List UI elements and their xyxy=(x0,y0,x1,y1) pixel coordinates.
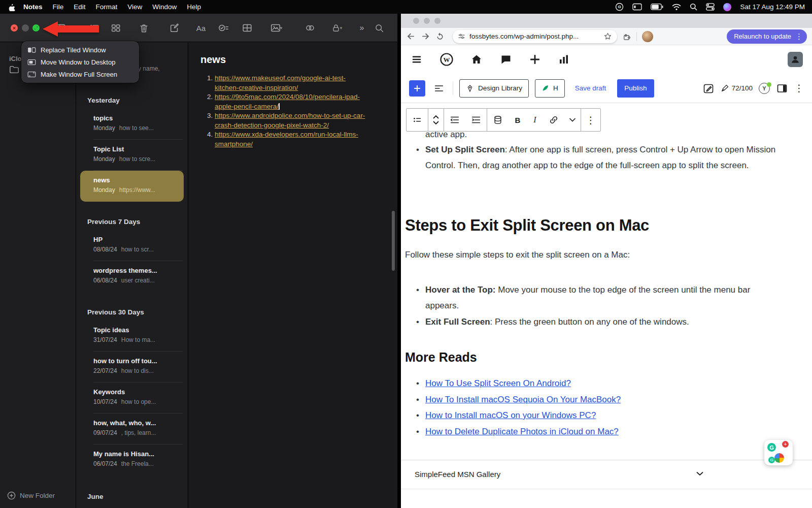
note-list-item-topic-ideas[interactable]: Topic ideas 31/07/24How to ma... xyxy=(80,321,184,352)
browser-menu-icon[interactable]: ⋮ xyxy=(795,33,803,40)
wifi-icon[interactable] xyxy=(672,4,681,11)
home-icon[interactable] xyxy=(470,53,483,66)
stage-manager-icon[interactable] xyxy=(632,3,642,11)
headline-analyzer-button[interactable]: H xyxy=(535,79,565,98)
read-link[interactable]: How To Install macOS Sequoia On Your Mac… xyxy=(425,395,621,404)
control-center-icon[interactable] xyxy=(706,3,715,11)
link-icon[interactable] xyxy=(303,21,317,35)
gallery-view-icon[interactable] xyxy=(109,21,123,35)
zoom-button-inactive[interactable] xyxy=(434,18,441,24)
menu-edit[interactable]: Edit xyxy=(69,3,90,11)
siri-icon[interactable] xyxy=(723,3,731,11)
italic-icon[interactable]: I xyxy=(527,109,543,131)
menu-view[interactable]: View xyxy=(122,3,147,11)
wordpress-logo-icon[interactable]: W xyxy=(439,52,454,67)
yoast-seo-icon[interactable]: Y xyxy=(759,83,770,94)
comments-icon[interactable] xyxy=(499,53,513,66)
note-link[interactable]: https://www.androidpolice.com/how-to-set… xyxy=(215,112,365,129)
read-link[interactable]: How to Install macOS on your Windows PC? xyxy=(425,410,596,420)
grammarly-icon[interactable]: G xyxy=(767,443,776,452)
menu-format[interactable]: Format xyxy=(91,3,123,11)
search-icon[interactable] xyxy=(372,21,386,35)
folder-icon[interactable] xyxy=(9,65,19,74)
table-icon[interactable] xyxy=(240,21,254,35)
bold-icon[interactable]: B xyxy=(509,109,527,131)
note-link[interactable]: https://9to5mac.com/2024/08/10/pencilera… xyxy=(215,93,360,110)
menu-clock[interactable]: Sat 17 Aug 12:49 PM xyxy=(740,3,805,11)
close-button[interactable]: × xyxy=(11,24,18,31)
menu-help[interactable]: Help xyxy=(182,3,206,11)
checklist-icon[interactable] xyxy=(217,21,231,35)
database-icon[interactable] xyxy=(487,109,509,131)
user-avatar[interactable] xyxy=(788,52,803,67)
menu-file[interactable]: File xyxy=(48,3,69,11)
edit-note-icon[interactable] xyxy=(702,82,715,94)
minimize-button-inactive[interactable] xyxy=(424,18,430,24)
new-post-icon[interactable] xyxy=(529,53,541,66)
list-block-icon[interactable] xyxy=(407,109,428,131)
note-list-item-keywords[interactable]: Keywords 10/07/24how to ope... xyxy=(80,383,184,414)
move-up-icon[interactable] xyxy=(432,115,439,119)
trash-icon[interactable] xyxy=(137,21,151,35)
compose-icon[interactable] xyxy=(167,21,182,35)
note-list-item-wordpress-themes[interactable]: wordpress themes... 06/08/24user creati.… xyxy=(80,261,184,292)
grammarly-status-icon[interactable]: G xyxy=(615,3,624,11)
block-options-icon[interactable]: ⋮ xyxy=(581,109,600,131)
spotlight-search-icon[interactable] xyxy=(690,3,697,11)
menu-window[interactable]: Window xyxy=(147,3,182,11)
indent-icon[interactable] xyxy=(465,109,487,131)
seo-score[interactable]: 72/100 xyxy=(721,84,753,92)
note-list-item-hp[interactable]: HP 08/08/24how to scr... xyxy=(80,230,184,261)
bookmark-star-icon[interactable] xyxy=(603,32,612,41)
format-text-icon[interactable]: Aa xyxy=(194,21,208,35)
profile-avatar[interactable] xyxy=(642,31,653,42)
reload-icon[interactable] xyxy=(435,32,445,41)
note-link[interactable]: https://www.xda-developers.com/run-local… xyxy=(215,131,358,148)
menu-item-make-window-full-screen[interactable]: Make Window Full Screen xyxy=(24,68,137,80)
outdent-icon[interactable] xyxy=(444,109,465,131)
note-list-item-topics[interactable]: topics Mondayhow to see... xyxy=(80,109,184,140)
extensions-icon[interactable] xyxy=(622,32,631,41)
move-down-icon[interactable] xyxy=(432,120,439,125)
battery-icon[interactable] xyxy=(651,4,663,10)
save-draft-button[interactable]: Save draft xyxy=(575,84,606,92)
menu-item-move-window-to-desktop[interactable]: Move Window to Desktop xyxy=(24,56,137,68)
back-icon[interactable] xyxy=(406,31,416,41)
grammarly-mini-icon[interactable]: G xyxy=(768,457,775,463)
menu-item-replace-tiled-window[interactable]: Replace Tiled Window xyxy=(24,44,137,56)
note-list-item-topic-list[interactable]: Topic List Mondayhow to scre... xyxy=(80,140,184,171)
address-bar[interactable]: fossbytes.com/wp-admin/post.php... xyxy=(453,30,617,43)
note-list-item-how-what-who[interactable]: how, what, who, w... 09/07/24, tips, lea… xyxy=(80,414,184,444)
note-editor[interactable]: news https://www.makeuseof.com/google-ai… xyxy=(188,43,397,508)
note-list-item-turn-off-touch[interactable]: how to turn off tou... 22/07/24how to di… xyxy=(80,352,184,383)
note-list-item-news-selected[interactable]: news Mondayhttps://www... xyxy=(80,171,184,202)
document-overview-icon[interactable] xyxy=(431,81,447,96)
stats-icon[interactable] xyxy=(557,53,570,66)
new-folder-button[interactable]: New Folder xyxy=(7,491,55,500)
site-settings-icon[interactable] xyxy=(458,33,465,40)
url-text[interactable]: fossbytes.com/wp-admin/post.php... xyxy=(469,33,599,40)
publish-button[interactable]: Publish xyxy=(617,79,654,98)
wp-menu-icon[interactable] xyxy=(410,54,423,65)
notes-scrollbar[interactable] xyxy=(392,211,395,271)
close-button-inactive[interactable] xyxy=(413,18,419,24)
format-chevron-icon[interactable] xyxy=(564,109,581,131)
note-link[interactable]: https://www.makeuseof.com/google-ai-test… xyxy=(215,74,346,91)
media-icon[interactable]: ▾ xyxy=(266,21,286,35)
zoom-button[interactable] xyxy=(32,24,40,31)
note-list-item-my-name[interactable]: My name is Hisan... 06/07/24the Freela..… xyxy=(80,444,184,475)
floating-extension-widget[interactable]: G + G xyxy=(764,440,793,465)
editor-more-icon[interactable]: ⋮ xyxy=(794,83,804,93)
read-link[interactable]: How to Delete Duplicate Photos in iCloud… xyxy=(425,427,619,436)
menu-app-name[interactable]: Notes xyxy=(18,3,48,11)
read-link[interactable]: How To Use Split Screen On Android? xyxy=(425,378,571,388)
minimize-button[interactable] xyxy=(22,24,29,31)
design-library-button[interactable]: Design Library xyxy=(459,79,529,98)
browser-helper-icon[interactable] xyxy=(774,453,784,463)
apple-logo-icon[interactable] xyxy=(7,3,15,11)
block-inserter-button[interactable] xyxy=(409,80,425,97)
forward-icon[interactable] xyxy=(421,31,430,41)
relaunch-to-update-button[interactable]: Relaunch to update ⋮ xyxy=(727,29,807,44)
link-chain-icon[interactable] xyxy=(543,109,564,131)
panel-chevron-icon[interactable] xyxy=(696,471,703,476)
